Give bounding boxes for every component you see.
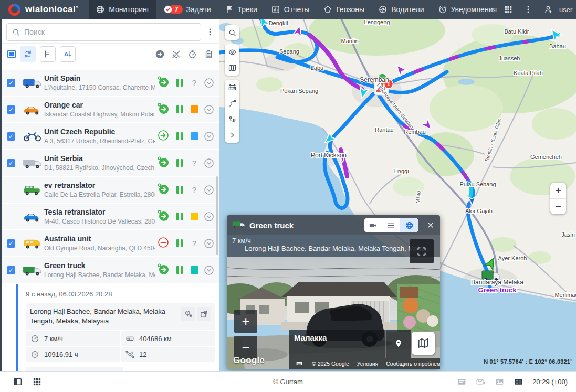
tab-geofences[interactable]: Геозоны [316, 0, 371, 19]
zoom-in-button[interactable]: + [550, 183, 566, 198]
console-button[interactable] [514, 377, 523, 387]
wialon-logo-icon [8, 4, 20, 16]
unit-menu-button[interactable] [202, 104, 216, 115]
unit-checkbox[interactable] [2, 105, 20, 114]
zoom-out-button[interactable]: − [550, 198, 566, 214]
unit-name[interactable]: Tesla retranslator [44, 207, 155, 217]
markers-button[interactable] [225, 111, 239, 127]
unit-row[interactable]: Green truckLorong Haji Bachee, Bandar Me… [2, 257, 219, 283]
unit-row[interactable]: ev retranslatorCalle De La Estrella Pola… [2, 177, 219, 203]
unit-menu-button[interactable] [202, 238, 216, 249]
unit-checkbox[interactable] [2, 186, 20, 194]
connection-moving-icon [157, 129, 170, 142]
routing-button[interactable] [225, 96, 239, 111]
unit-row[interactable]: Australia unitOld Gympie Road, Narangba,… [2, 230, 219, 256]
copy-location-button[interactable] [197, 307, 211, 321]
follow-unit-icon[interactable] [155, 49, 165, 59]
keyboard-icon[interactable] [291, 360, 308, 367]
unit-menu-button[interactable] [202, 158, 216, 168]
unit-name[interactable]: Orange car [44, 100, 155, 110]
back-to-map-button[interactable] [412, 332, 435, 355]
apps-grid-button[interactable] [504, 5, 513, 15]
visibility-button[interactable] [225, 44, 239, 60]
pins-icon [228, 115, 237, 124]
more-options-button[interactable] [523, 5, 533, 15]
expand-tools-button[interactable] [225, 127, 239, 143]
pin-icon[interactable] [385, 330, 411, 358]
unit-name[interactable]: Unit Spain [44, 73, 155, 83]
top-navigation-bar: wialonlocal’ Мониторинг7ЗадачиТрекиОтчет… [0, 0, 576, 19]
messages-button[interactable] [476, 377, 486, 387]
search-box[interactable] [6, 23, 201, 41]
video-mode-button[interactable] [364, 218, 382, 232]
scrollbar[interactable] [216, 176, 218, 255]
street-view-image[interactable]: + − Google Малакка © 2025 Google Условия… [227, 257, 440, 369]
street-view-mode-button[interactable] [400, 218, 418, 232]
tab-reports[interactable]: Отчеты [264, 0, 316, 19]
media-button[interactable] [495, 377, 505, 387]
map-view-tools [225, 44, 239, 76]
unit-row[interactable]: Orange carIskandar Coastal Highway, Muki… [2, 97, 219, 122]
close-icon[interactable] [426, 221, 435, 229]
actuality-filter-icon[interactable] [187, 49, 197, 59]
report-problem-link[interactable]: Сообщить о проблеме [382, 361, 440, 367]
unit-checkbox[interactable] [2, 239, 20, 248]
tab-tracks[interactable]: Треки [218, 0, 264, 19]
unit-row[interactable]: Unit SpainL'Aquitaine, 17150 Consac, Cha… [2, 70, 219, 96]
search-input[interactable] [24, 28, 196, 36]
info-mode-button[interactable] [382, 218, 400, 232]
unit-menu-button[interactable] [202, 78, 216, 88]
unit-row[interactable]: Unit SerbiaD1, 58821 Rytířsko, Jihovýcho… [2, 150, 219, 176]
unit-row[interactable]: Tesla retranslatorM-40, Casco Histórico … [2, 204, 219, 229]
unit-name[interactable]: Unit Serbia [44, 154, 155, 163]
place-name: Малакка [289, 330, 385, 358]
user-name[interactable]: user [559, 6, 572, 14]
popup-header[interactable]: Green truck [227, 215, 440, 235]
sort-button[interactable]: A [60, 46, 76, 62]
unit-checkbox[interactable] [2, 132, 20, 141]
last-message-time: 9 с назад, 06.03.2026 20:28 [18, 284, 215, 303]
extlink-icon [200, 310, 208, 319]
unit-address: A 3, 56317 Urbach, Rheinland-Pfalz, Ger.… [44, 137, 155, 145]
tab-drivers[interactable]: Водители [371, 0, 431, 19]
map-layers-button[interactable] [225, 60, 239, 76]
tab-monitoring[interactable]: Мониторинг [89, 0, 156, 19]
unit-menu-button[interactable] [202, 211, 216, 222]
toggle-panel-button[interactable] [13, 377, 23, 387]
log-button[interactable] [457, 377, 467, 387]
unit-name[interactable]: Green truck [44, 261, 155, 270]
connection-state [157, 236, 173, 251]
unit-checkbox[interactable] [2, 159, 20, 167]
unit-checkbox[interactable] [2, 266, 20, 274]
street-zoom-in-button[interactable]: + [234, 310, 257, 333]
bottom-apps-button[interactable] [32, 377, 42, 387]
unit-checkbox[interactable] [2, 213, 20, 221]
terms-link[interactable]: Условия [353, 361, 382, 367]
refresh-button[interactable] [20, 46, 36, 62]
map-place-label: Rantau [375, 126, 393, 133]
unit-name[interactable]: Australia unit [44, 234, 155, 243]
unit-name[interactable]: ev retranslator [44, 181, 155, 190]
tab-notifications[interactable]: Уведомления [431, 0, 504, 19]
map-search-button[interactable] [225, 25, 239, 40]
unit-menu-button[interactable] [202, 185, 216, 195]
engine-hours-cell: 10916.91 ч [26, 347, 120, 362]
street-view-button[interactable] [181, 307, 195, 321]
tree-view-button[interactable] [40, 46, 56, 62]
unit-menu-button[interactable] [202, 265, 216, 276]
map-area[interactable]: 1 Lebuhraya Utara-SelatanTampin - Kuala … [219, 19, 576, 371]
select-all-checkbox[interactable] [7, 50, 16, 58]
unit-row[interactable]: Unit Czech RepublicA 3, 56317 Urbach, Rh… [2, 123, 219, 149]
unit-name[interactable]: Unit Czech Republic [44, 127, 155, 136]
list-settings-icon[interactable] [204, 49, 214, 59]
tab-tasks[interactable]: 7Задачи [156, 0, 218, 19]
unit-checkbox[interactable] [2, 79, 20, 87]
connection-filter-icon[interactable] [171, 49, 181, 59]
map-place-label: Port Dickson [311, 152, 347, 159]
search-options-icon[interactable] [205, 27, 215, 37]
speedometer-icon [30, 334, 39, 343]
ruler-button[interactable] [225, 80, 239, 96]
unit-menu-button[interactable] [202, 131, 216, 142]
fullscreen-button[interactable] [410, 239, 434, 263]
user-icon[interactable] [543, 5, 553, 15]
